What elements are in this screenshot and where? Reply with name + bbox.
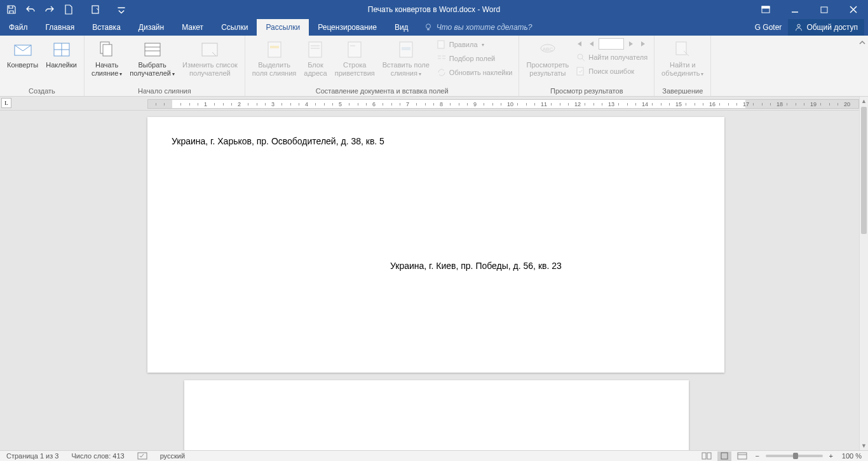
sender-address[interactable]: Украина, г. Харьков, пр. Освободителей, … xyxy=(172,136,384,146)
address-block-icon xyxy=(305,39,325,60)
find-recipient-button: Найти получателя xyxy=(573,51,650,64)
start-merge-label: Начатьслияние▾ xyxy=(92,61,122,78)
share-button[interactable]: Общий доступ xyxy=(788,19,864,36)
finish-icon xyxy=(672,39,693,60)
scroll-down-button[interactable]: ▼ xyxy=(860,441,868,450)
touch-mode-button[interactable] xyxy=(86,1,104,18)
tab-mailings[interactable]: Рассылки xyxy=(257,19,309,36)
svg-rect-31 xyxy=(676,42,686,55)
zoom-out-button[interactable]: − xyxy=(753,452,762,460)
update-labels-icon xyxy=(437,67,447,78)
qat-customize-button[interactable] xyxy=(117,1,126,18)
highlight-fields-button: Выделитьполя слияния xyxy=(249,38,299,79)
tab-selector[interactable]: L xyxy=(1,98,11,108)
tab-design[interactable]: Дизайн xyxy=(130,19,173,36)
chevron-up-icon xyxy=(859,39,865,46)
tab-view[interactable]: Вид xyxy=(386,19,417,36)
prev-record-button xyxy=(586,38,597,50)
tab-layout[interactable]: Макет xyxy=(173,19,212,36)
start-merge-icon xyxy=(97,39,117,60)
recipient-address[interactable]: Украина, г. Киев, пр. Победы, д. 56, кв.… xyxy=(390,261,562,271)
start-merge-button[interactable]: Начатьслияние▾ xyxy=(88,38,125,79)
preview-label: Просмотретьрезультаты xyxy=(526,61,569,78)
print-layout-button[interactable] xyxy=(717,451,731,461)
group-write-label: Составление документа и вставка полей xyxy=(249,86,515,95)
save-button[interactable] xyxy=(3,1,20,18)
rules-icon xyxy=(437,39,447,50)
group-start-label: Начало слияния xyxy=(88,86,241,95)
rules-button: Правила▾ xyxy=(434,38,515,51)
zoom-in-button[interactable]: + xyxy=(827,452,836,460)
greeting-line-button: Строкаприветствия xyxy=(332,38,378,79)
new-doc-button[interactable] xyxy=(60,1,78,18)
highlight-icon xyxy=(264,39,285,60)
last-record-button xyxy=(638,38,649,50)
record-number-input xyxy=(599,38,624,50)
read-mode-button[interactable] xyxy=(700,451,714,461)
undo-button[interactable] xyxy=(22,1,39,18)
user-name[interactable]: G Goter xyxy=(755,23,782,32)
ribbon-display-button[interactable] xyxy=(751,0,780,19)
proofing-button[interactable] xyxy=(131,451,154,460)
group-create-label: Создать xyxy=(4,86,80,95)
zoom-level[interactable]: 100 % xyxy=(839,452,864,460)
maximize-button[interactable] xyxy=(810,0,839,19)
match-fields-button: Подбор полей xyxy=(434,52,515,65)
minimize-button[interactable] xyxy=(780,0,810,19)
scroll-up-button[interactable]: ▲ xyxy=(860,97,868,106)
envelopes-button[interactable]: Конверты xyxy=(4,38,41,71)
greeting-label: Строкаприветствия xyxy=(335,61,375,78)
preview-results-button: ABC Просмотретьрезультаты xyxy=(523,38,572,79)
ribbon-tabs: Файл Главная Вставка Дизайн Макет Ссылки… xyxy=(0,19,868,36)
edit-recipients-label: Изменить списокполучателей xyxy=(182,61,238,78)
close-button[interactable] xyxy=(839,0,868,19)
edit-recipients-button: Изменить списокполучателей xyxy=(179,38,241,79)
svg-rect-25 xyxy=(402,47,410,50)
tab-review[interactable]: Рецензирование xyxy=(309,19,386,36)
page-indicator[interactable]: Страница 1 из 3 xyxy=(0,452,65,460)
page-2[interactable] xyxy=(184,380,689,450)
tab-references[interactable]: Ссылки xyxy=(212,19,257,36)
svg-rect-4 xyxy=(821,7,827,13)
vertical-scrollbar[interactable]: ▲ ▼ xyxy=(859,97,868,450)
greeting-icon xyxy=(344,39,365,60)
labels-button[interactable]: Наклейки xyxy=(43,38,80,71)
insert-field-label: Вставить полеслияния▾ xyxy=(383,61,430,78)
language-indicator[interactable]: русский xyxy=(154,452,191,460)
page-1[interactable]: Украина, г. Харьков, пр. Освободителей, … xyxy=(147,117,724,373)
next-record-button xyxy=(625,38,637,50)
document-title: Печать конвертов в Word.docx - Word xyxy=(368,5,500,14)
tab-file[interactable]: Файл xyxy=(0,19,37,36)
zoom-thumb[interactable] xyxy=(793,453,798,459)
tab-insert[interactable]: Вставка xyxy=(83,19,130,36)
group-create: Конверты Наклейки Создать xyxy=(0,36,85,96)
svg-rect-26 xyxy=(438,41,444,48)
document-area[interactable]: Украина, г. Харьков, пр. Освободителей, … xyxy=(0,111,859,450)
group-write-insert: Выделитьполя слияния Блокадреса Строкапр… xyxy=(245,36,520,96)
tab-home[interactable]: Главная xyxy=(37,19,84,36)
horizontal-ruler[interactable]: 11234567891011121314151617181920 xyxy=(147,99,859,109)
highlight-label: Выделитьполя слияния xyxy=(252,61,296,78)
finish-label: Найти иобъединить▾ xyxy=(661,61,703,78)
word-count[interactable]: Число слов: 413 xyxy=(65,452,130,460)
rules-label: Правила xyxy=(449,41,478,48)
tell-me-search[interactable]: Что вы хотите сделать? xyxy=(417,19,539,36)
check-errors-icon xyxy=(576,66,586,76)
proofing-icon xyxy=(137,451,147,460)
collapse-ribbon-button[interactable] xyxy=(857,36,868,96)
ruler-ticks: 11234567891011121314151617181920 xyxy=(148,100,858,108)
zoom-slider[interactable] xyxy=(766,455,823,457)
edit-list-icon xyxy=(200,39,220,60)
select-recipients-button[interactable]: Выбратьполучателей▾ xyxy=(126,38,178,79)
record-nav xyxy=(573,38,650,50)
svg-text:ABC: ABC xyxy=(543,46,553,52)
web-layout-button[interactable] xyxy=(735,451,749,461)
svg-rect-35 xyxy=(721,453,728,459)
print-layout-icon xyxy=(720,452,729,460)
status-bar: Страница 1 из 3 Число слов: 413 русский … xyxy=(0,450,868,461)
scroll-thumb[interactable] xyxy=(861,107,867,234)
svg-point-29 xyxy=(578,54,583,59)
redo-button[interactable] xyxy=(41,1,58,18)
finish-merge-button: Найти иобъединить▾ xyxy=(658,38,707,79)
insert-field-icon xyxy=(396,39,416,60)
